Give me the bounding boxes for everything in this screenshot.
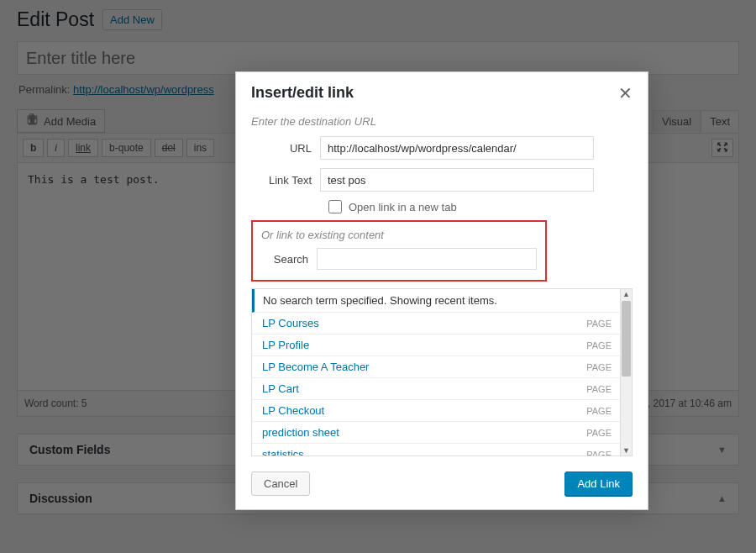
search-results-list: No search term specified. Showing recent… xyxy=(251,288,633,456)
result-title: LP Profile xyxy=(262,339,309,351)
link-text-label: Link Text xyxy=(251,174,312,187)
result-item[interactable]: statisticsPAGE xyxy=(252,444,620,456)
result-item[interactable]: LP CoursesPAGE xyxy=(252,313,620,334)
result-title: statistics xyxy=(262,448,304,456)
scrollbar[interactable]: ▲ ▼ xyxy=(620,289,632,456)
result-item[interactable]: LP Become A TeacherPAGE xyxy=(252,356,620,378)
add-link-button[interactable]: Add Link xyxy=(564,471,633,496)
result-type: PAGE xyxy=(586,406,612,416)
result-type: PAGE xyxy=(586,450,612,456)
result-type: PAGE xyxy=(586,319,612,329)
new-tab-label: Open link in a new tab xyxy=(349,201,457,213)
existing-content-section: Or link to existing content Search xyxy=(251,220,547,282)
scroll-down-icon: ▼ xyxy=(621,446,632,455)
result-title: LP Courses xyxy=(262,317,319,329)
search-input[interactable] xyxy=(317,248,537,270)
modal-hint: Enter the destination URL xyxy=(251,115,633,128)
result-type: PAGE xyxy=(586,340,612,350)
insert-link-modal: Insert/edit link ✕ Enter the destination… xyxy=(235,71,648,510)
no-search-term-message: No search term specified. Showing recent… xyxy=(252,289,620,313)
result-type: PAGE xyxy=(586,362,612,372)
result-item[interactable]: LP CartPAGE xyxy=(252,378,620,400)
result-type: PAGE xyxy=(586,384,612,394)
close-icon[interactable]: ✕ xyxy=(618,85,633,102)
new-tab-checkbox[interactable] xyxy=(328,200,342,213)
result-item[interactable]: prediction sheetPAGE xyxy=(252,422,620,444)
cancel-button[interactable]: Cancel xyxy=(251,471,310,496)
search-label: Search xyxy=(261,253,308,266)
result-item[interactable]: LP ProfilePAGE xyxy=(252,334,620,356)
result-title: LP Become A Teacher xyxy=(262,361,369,373)
result-item[interactable]: LP CheckoutPAGE xyxy=(252,400,620,422)
result-title: LP Checkout xyxy=(262,404,324,417)
modal-title: Insert/edit link xyxy=(251,84,354,102)
scroll-up-icon: ▲ xyxy=(621,290,632,298)
url-label: URL xyxy=(251,142,312,155)
result-type: PAGE xyxy=(586,428,612,438)
url-input[interactable] xyxy=(320,136,594,160)
scroll-thumb[interactable] xyxy=(622,301,631,377)
result-title: LP Cart xyxy=(262,382,299,395)
link-text-input[interactable] xyxy=(320,168,594,192)
existing-hint: Or link to existing content xyxy=(261,229,537,241)
result-title: prediction sheet xyxy=(262,426,339,439)
